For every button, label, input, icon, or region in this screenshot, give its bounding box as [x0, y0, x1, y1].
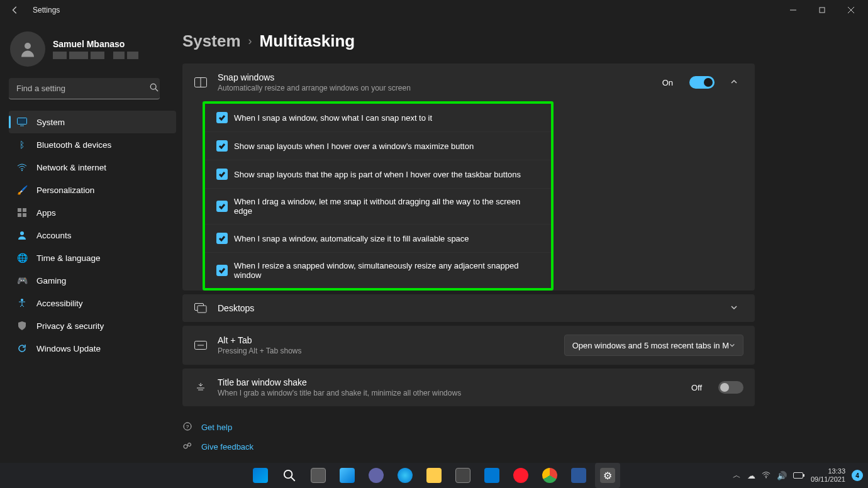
chevron-right-icon: › — [248, 35, 252, 48]
alttab-dropdown[interactable]: Open windows and 5 most recent tabs in M — [564, 335, 743, 356]
minimize-button[interactable] — [779, 0, 808, 20]
nav-label: Time & language — [36, 253, 101, 263]
chrome-button[interactable] — [537, 463, 562, 488]
snap-windows-header[interactable]: Snap windows Automatically resize and ar… — [182, 64, 755, 101]
snap-title: Snap windows — [218, 72, 652, 82]
nav-item-system[interactable]: System — [9, 111, 176, 133]
shake-toggle[interactable] — [718, 381, 743, 394]
snap-option-3[interactable]: When I drag a window, let me snap it wit… — [205, 188, 551, 224]
desktops-title: Desktops — [218, 303, 715, 313]
person-icon — [16, 230, 28, 241]
checkbox[interactable] — [216, 201, 228, 212]
start-button[interactable] — [248, 463, 273, 488]
battery-icon[interactable] — [793, 471, 804, 480]
nav-label: Gaming — [36, 276, 66, 286]
checkbox[interactable] — [216, 265, 228, 276]
widgets-button[interactable] — [335, 463, 360, 488]
svg-rect-1 — [820, 8, 825, 13]
svg-point-14 — [20, 231, 24, 235]
nav-label: Bluetooth & devices — [36, 140, 111, 150]
nav-item-accessibility[interactable]: Accessibility — [9, 292, 176, 314]
shake-icon — [194, 382, 208, 393]
maximize-button[interactable] — [808, 0, 837, 20]
breadcrumb-parent[interactable]: System — [182, 31, 241, 51]
snap-option-label: When I snap a window, automatically size… — [234, 234, 469, 243]
svg-point-25 — [188, 443, 191, 446]
nav-label: Windows Update — [36, 344, 101, 353]
snap-option-4[interactable]: When I snap a window, automatically size… — [205, 224, 551, 252]
game-icon: 🎮 — [16, 275, 28, 286]
svg-rect-19 — [198, 306, 206, 313]
close-button[interactable] — [837, 0, 865, 20]
chevron-up-icon[interactable] — [725, 78, 743, 87]
nav-item-apps[interactable]: Apps — [9, 201, 176, 224]
notification-badge[interactable]: 4 — [852, 470, 863, 481]
apps-icon — [16, 207, 28, 218]
desktops-card[interactable]: Desktops — [182, 294, 755, 322]
alttab-sub: Pressing Alt + Tab shows — [218, 347, 554, 355]
search-input[interactable] — [9, 78, 160, 99]
nav-item-windows-update[interactable]: Windows Update — [9, 337, 176, 360]
svg-point-28 — [765, 477, 767, 478]
search[interactable] — [9, 78, 176, 99]
volume-icon[interactable]: 🔊 — [777, 471, 787, 480]
chevron-down-icon — [729, 342, 735, 348]
nav-item-bluetooth-devices[interactable]: ᛒBluetooth & devices — [9, 133, 176, 156]
checkbox[interactable] — [216, 169, 228, 180]
give-feedback-link[interactable]: Give feedback — [182, 437, 755, 457]
nav-label: Personalization — [36, 186, 94, 195]
nav-item-time-language[interactable]: 🌐Time & language — [9, 247, 176, 269]
tray-chevron-icon[interactable]: ︿ — [733, 470, 741, 481]
snap-toggle[interactable] — [689, 76, 715, 89]
avatar — [10, 31, 45, 67]
wifi-icon[interactable] — [762, 470, 771, 481]
shake-title: Title bar window shake — [218, 377, 681, 387]
nav-item-gaming[interactable]: 🎮Gaming — [9, 269, 176, 292]
display-icon — [16, 116, 28, 128]
snap-option-0[interactable]: When I snap a window, show what I can sn… — [205, 104, 551, 131]
nav-item-privacy-security[interactable]: Privacy & security — [9, 314, 176, 337]
explorer-button[interactable] — [421, 463, 447, 488]
chevron-down-icon[interactable] — [725, 304, 743, 313]
user-block[interactable]: Samuel Mbanaso — [9, 31, 176, 67]
settings-button[interactable]: ⚙ — [595, 463, 620, 488]
search-icon — [150, 83, 159, 94]
nav-item-network-internet[interactable]: Network & internet — [9, 156, 176, 179]
store-button[interactable] — [450, 463, 476, 488]
snap-option-1[interactable]: Show snap layouts when I hover over a wi… — [205, 131, 551, 160]
edge-button[interactable] — [392, 463, 418, 488]
checkbox[interactable] — [216, 112, 228, 123]
taskbar: ⚙ ︿ ☁ 🔊 13:33 09/11/2021 4 — [0, 463, 868, 488]
shake-sub: When I grab a window's title bar and sha… — [218, 389, 681, 397]
help-icon: ? — [182, 421, 194, 433]
alttab-dropdown-value: Open windows and 5 most recent tabs in M — [572, 341, 729, 350]
nav-item-accounts[interactable]: Accounts — [9, 224, 176, 247]
word-button[interactable] — [566, 463, 591, 488]
mail-button[interactable] — [479, 463, 504, 488]
onedrive-icon[interactable]: ☁ — [747, 471, 755, 480]
snap-option-label: Show snap layouts when I hover over a wi… — [234, 141, 474, 151]
opera-button[interactable] — [508, 463, 533, 488]
checkbox[interactable] — [216, 233, 228, 244]
search-button[interactable] — [277, 463, 302, 488]
svg-text:?: ? — [186, 424, 189, 430]
chat-button[interactable] — [364, 463, 389, 488]
user-sub — [53, 52, 138, 59]
snap-option-2[interactable]: Show snap layouts that the app is part o… — [205, 160, 551, 188]
bluetooth-icon: ᛒ — [16, 139, 28, 150]
nav-label: System — [36, 118, 65, 127]
get-help-link[interactable]: ? Get help — [182, 418, 755, 437]
back-button[interactable] — [5, 0, 25, 20]
snap-option-label: Show snap layouts that the app is part o… — [234, 170, 521, 179]
svg-point-26 — [284, 470, 292, 479]
snap-option-5[interactable]: When I resize a snapped window, simultan… — [205, 252, 551, 288]
checkbox[interactable] — [216, 140, 228, 152]
svg-rect-13 — [23, 213, 26, 217]
taskview-button[interactable] — [306, 463, 331, 488]
nav-item-personalization[interactable]: 🖌️Personalization — [9, 179, 176, 201]
svg-line-6 — [155, 89, 158, 91]
clock[interactable]: 13:33 09/11/2021 — [811, 467, 845, 484]
snap-windows-card: Snap windows Automatically resize and ar… — [182, 64, 755, 291]
nav-label: Privacy & security — [36, 321, 104, 331]
snap-option-label: When I snap a window, show what I can sn… — [234, 113, 432, 123]
